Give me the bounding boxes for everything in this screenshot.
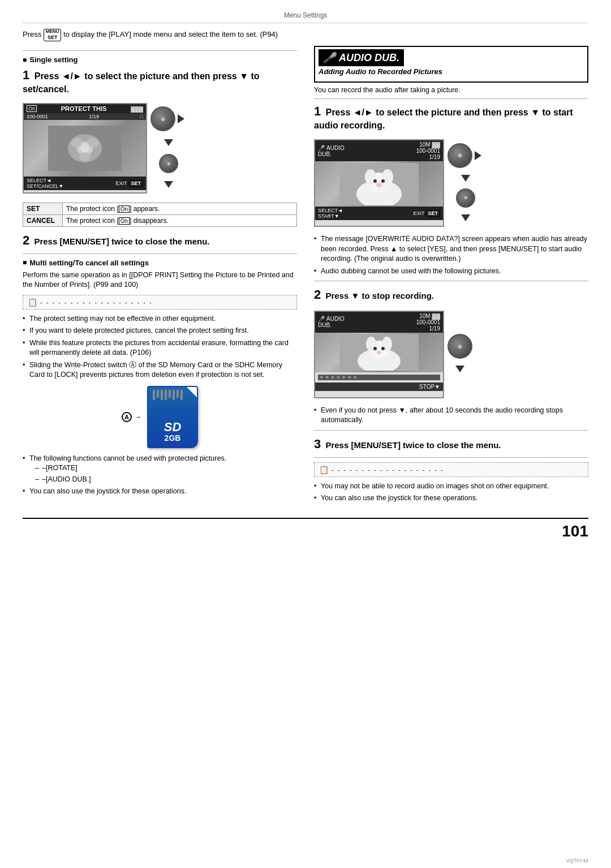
sd-card-area: A→ SD 2GB: [23, 386, 297, 448]
joystick-right1[interactable]: ⊕: [448, 143, 472, 168]
progress-arrow1: ►: [320, 375, 324, 380]
table-col2-set: The protect icon [On] appears.: [63, 203, 297, 215]
protect-screen: On PROTECT THIS ▓▓▓ 100-0001 1/19 □: [23, 103, 147, 194]
bullet-overwrite: The message [OVERWRITE AUDIO DATA?] scre…: [314, 234, 588, 264]
joystick-small[interactable]: ⊕: [159, 154, 178, 173]
arrow-down-r1: [461, 175, 470, 182]
step1-heading-right: 1 Press ◄/► to select the picture and th…: [314, 104, 588, 131]
on-icon: On: [27, 105, 37, 112]
joystick-arrows: ⊕: [161, 116, 165, 122]
exit-key-s1: SET: [425, 210, 440, 217]
bullet-auto-stop: Even if you do not press ▼, after about …: [314, 406, 588, 426]
mic-icon-screen2: 🎤: [318, 316, 325, 322]
sd-stripes: [153, 390, 192, 400]
battery-screen2: ▓▓: [432, 313, 440, 319]
joystick-controls-right2: ⊕: [448, 334, 472, 375]
a-icon: A: [122, 412, 132, 422]
start-label-s1: START▼: [318, 213, 343, 219]
arrow-down-icon: [164, 139, 173, 146]
step2-num-right: 2: [314, 287, 321, 302]
dog-image1: [339, 163, 419, 205]
intro-text2: to display the [PLAY] mode menu and sele…: [63, 30, 278, 38]
joystick-row1: ⊕: [150, 106, 187, 131]
page: Menu Settings Press MENU SET to display …: [0, 0, 611, 868]
note-icon-left: 📋: [28, 298, 37, 307]
step3-text-right: Press [MENU/SET] twice to close the menu…: [325, 440, 501, 450]
stop-bar: STOP▼: [315, 383, 443, 391]
joystick-controls-left: ⊕ ⊕: [150, 106, 187, 190]
resolution-battery2: 10M ▓▓: [416, 313, 440, 319]
progress-arrow7: ►: [354, 375, 358, 380]
svg-point-13: [373, 179, 377, 183]
svg-point-5: [79, 152, 91, 161]
joystick-main[interactable]: ⊕: [150, 106, 175, 131]
audio-screen2-top: 🎤 AUDIO DUB. 10M ▓▓ 100-0001 1/19: [315, 312, 443, 333]
note-box-right: 📋 - - - - - - - - - - - - - - - - - - -: [314, 462, 588, 477]
table-col1-cancel: CANCEL: [23, 215, 63, 227]
header-title: Menu Settings: [284, 11, 328, 19]
protect-table: SET The protect icon [On] appears. CANCE…: [23, 203, 297, 227]
bullet-item3: You can also use the joystick for these …: [23, 487, 297, 497]
bullet-list-right1: The message [OVERWRITE AUDIO DATA?] scre…: [314, 234, 588, 276]
screen-labels-left: SELECT◄ SET/CANCEL▼: [27, 178, 63, 189]
step2-text-right: Press ▼ to stop recording.: [325, 291, 434, 300]
audio-dub-subtitle: Adding Audio to Recorded Pictures: [319, 67, 584, 76]
exit-area-s1: EXIT SET: [413, 208, 440, 219]
audio-progress-bar: ► ► ► ► ► ► ►: [318, 375, 440, 380]
table-col1-set: SET: [23, 203, 63, 215]
bullet-list-left2: The following functions cannot be used w…: [23, 454, 297, 497]
protect-text: PROTECT THIS: [61, 105, 107, 112]
joystick-row-r1: ⊕: [448, 143, 484, 168]
svg-point-14: [381, 179, 385, 183]
sd-size: 2GB: [165, 433, 181, 442]
audio-text: AUDIO: [326, 145, 345, 151]
page-number: 101: [562, 522, 588, 540]
bullet-joystick-right: You can also use the joystick for these …: [314, 493, 588, 504]
audio-screen2-with-controls: 🎤 AUDIO DUB. 10M ▓▓ 100-0001 1/19: [314, 306, 588, 403]
step2-text-left: Press [MENU/SET] twice to close the menu…: [34, 237, 209, 246]
step1-num: 1: [23, 68, 29, 82]
menu-key: MENU SET: [44, 29, 62, 41]
resolution-text2: 10M: [419, 313, 430, 319]
audio-screen1-right-info: 10M ▓▓ 100-0001 1/19: [416, 141, 440, 160]
table-row-set: SET The protect icon [On] appears.: [23, 203, 297, 215]
joystick-right2[interactable]: ⊕: [448, 334, 472, 359]
left-column: Single setting 1 Press ◄/► to select the…: [23, 46, 297, 506]
step2-heading-left: 2 Press [MENU/SET] twice to close the me…: [23, 233, 297, 249]
bullet-cannot-use: Audio dubbing cannot be used with the fo…: [314, 267, 588, 277]
bullet-item: Sliding the Write-Protect switch Ⓐ of th…: [23, 360, 297, 380]
mic-icon-screen: 🎤: [318, 145, 325, 151]
sd-logo: SD: [164, 421, 182, 433]
step2-heading-right: 2 Press ▼ to stop recording.: [314, 287, 588, 303]
bullet-item: While this feature protects the pictures…: [23, 338, 297, 358]
sd-icon: □: [140, 114, 143, 119]
right-column: 🎤 AUDIO DUB. Adding Audio to Recorded Pi…: [314, 46, 588, 506]
svg-point-6: [80, 144, 89, 153]
progress-arrow2: ►: [325, 375, 330, 380]
on-icon-table: On: [119, 205, 130, 213]
svg-point-21: [373, 347, 377, 350]
dub2-text: DUB.: [318, 322, 332, 328]
sub-item-rotate: –[ROTATE]: [35, 463, 297, 474]
multi-setting-label: Multi setting/To cancel all settings: [29, 259, 149, 267]
audio-dub-title-text: AUDIO DUB.: [339, 52, 399, 64]
battery-screen1: ▓▓: [432, 141, 440, 148]
dog-image2: [339, 334, 419, 371]
page-header: Menu Settings: [23, 11, 588, 23]
intro-press: Press: [23, 30, 41, 38]
audio-dub-box: 🎤 AUDIO DUB. Adding Audio to Recorded Pi…: [314, 46, 588, 83]
joystick-small-r1[interactable]: ⊕: [456, 188, 475, 208]
sub-item-audiodub: –[AUDIO DUB.]: [35, 475, 297, 485]
bullet-list-right3: You may not be able to record audio on i…: [314, 482, 588, 504]
audio-screen1-image: [315, 161, 443, 207]
single-setting-heading: Single setting: [23, 55, 297, 64]
bullet-item: The protect setting may not be effective…: [23, 314, 297, 324]
exit-label-s1: EXIT: [413, 210, 424, 216]
note-box-left: 📋 - - - - - - - - - - - - - - - - - - -: [23, 295, 297, 310]
arrow-down-r1b: [461, 214, 470, 221]
step3-num-right: 3: [314, 437, 321, 451]
svg-point-23: [377, 351, 381, 354]
bullet-text-functions: The following functions cannot be used w…: [29, 454, 226, 462]
select-label-s1: SELECT◄: [318, 208, 343, 213]
resolution-battery: 10M ▓▓: [416, 141, 440, 148]
